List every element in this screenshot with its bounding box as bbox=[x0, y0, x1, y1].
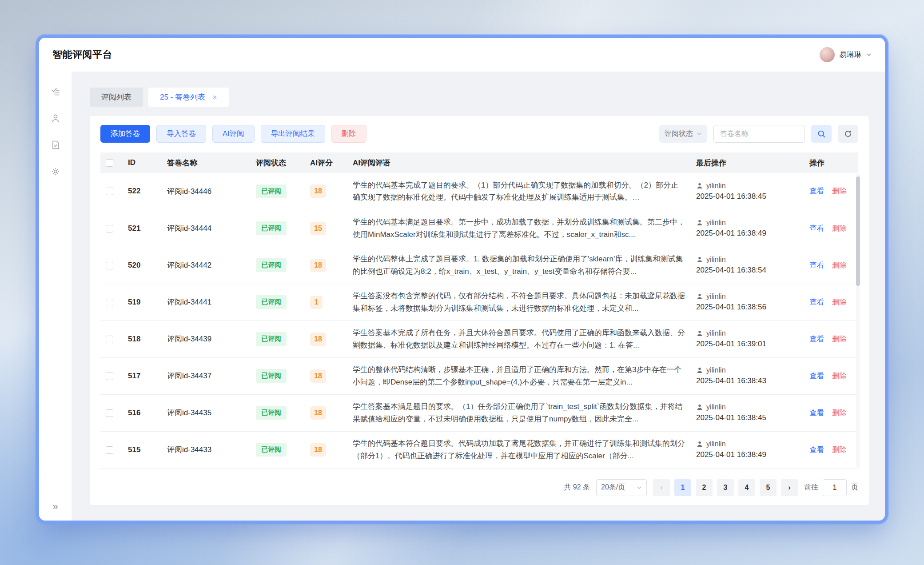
page-button-3[interactable]: 3 bbox=[717, 479, 734, 496]
delete-link[interactable]: 删除 bbox=[832, 445, 847, 455]
delete-link[interactable]: 删除 bbox=[832, 260, 847, 270]
cell-id: 516 bbox=[123, 394, 162, 431]
delete-link[interactable]: 删除 bbox=[832, 224, 847, 233]
score-badge: 18 bbox=[310, 406, 326, 420]
user-name: 易琳琳 bbox=[839, 50, 862, 60]
app-title: 智能评阅平台 bbox=[52, 48, 112, 61]
operation-time: 2025-04-01 16:38:45 bbox=[696, 413, 799, 422]
view-link[interactable]: 查看 bbox=[809, 445, 824, 455]
cell-comment: 学生的代码基本符合题目要求。代码成功加载了鸢尾花数据集，并正确进行了训练集和测试… bbox=[353, 437, 685, 462]
sidebar-item-users[interactable] bbox=[51, 113, 60, 123]
delete-link[interactable]: 删除 bbox=[832, 334, 847, 344]
select-all-checkbox[interactable] bbox=[106, 159, 113, 167]
row-checkbox[interactable] bbox=[106, 225, 113, 232]
next-page-button[interactable]: › bbox=[781, 479, 798, 496]
page-button-5[interactable]: 5 bbox=[760, 479, 777, 496]
document-check-icon bbox=[51, 140, 60, 150]
page-size-select[interactable]: 20条/页 bbox=[596, 479, 647, 496]
row-checkbox[interactable] bbox=[106, 446, 113, 454]
search-button[interactable] bbox=[811, 125, 832, 143]
table-row: 515 评阅id-34433 已评阅 18 学生的代码基本符合题目要求。代码成功… bbox=[100, 431, 858, 468]
goto-page-input[interactable] bbox=[823, 479, 847, 496]
operator-name: yilinlin bbox=[706, 440, 726, 448]
status-badge: 已评阅 bbox=[256, 369, 287, 383]
tab-review-list[interactable]: 评阅列表 bbox=[90, 88, 143, 107]
delete-link[interactable]: 删除 bbox=[832, 297, 847, 307]
import-answer-button[interactable]: 导入答卷 bbox=[156, 125, 206, 143]
cell-id: 518 bbox=[123, 321, 162, 357]
answer-list-card: 添加答卷 导入答卷 AI评阅 导出评阅结果 删除 评阅状态 bbox=[90, 116, 869, 505]
user-icon bbox=[51, 113, 60, 123]
cell-comment: 学生答案基本满足题目的要求。（1）任务部分正确使用了`train_test_sp… bbox=[353, 401, 685, 425]
row-checkbox[interactable] bbox=[106, 336, 113, 343]
cell-comment: 学生答案没有包含完整的代码，仅有部分结构，不符合题目要求。具体问题包括：未加载鸢… bbox=[353, 290, 685, 314]
sidebar-collapse-button[interactable]: » bbox=[52, 502, 58, 512]
tab-close-icon[interactable]: × bbox=[212, 93, 217, 101]
view-link[interactable]: 查看 bbox=[809, 408, 824, 418]
column-score: AI评分 bbox=[305, 152, 347, 173]
row-checkbox[interactable] bbox=[106, 373, 113, 380]
status-filter-select[interactable]: 评阅状态 bbox=[659, 125, 707, 143]
sidebar-item-review-list[interactable] bbox=[51, 87, 60, 96]
cell-comment: 学生的整体代码结构清晰，步骤基本正确，并且适用了正确的库和方法。然而，在第3步中… bbox=[353, 364, 685, 388]
view-link[interactable]: 查看 bbox=[809, 260, 824, 270]
page-buttons: ‹ 1 2 3 4 5 › bbox=[653, 479, 798, 496]
view-link[interactable]: 查看 bbox=[809, 186, 824, 196]
total-count: 共 92 条 bbox=[564, 483, 590, 492]
table-body: 522 评阅id-34446 已评阅 18 学生的代码基本完成了题目的要求。（1… bbox=[100, 173, 858, 468]
cell-last-op: yilinlin 2025-04-01 16:38:43 bbox=[691, 357, 804, 394]
operation-time: 2025-04-01 16:38:56 bbox=[696, 303, 799, 312]
delete-button[interactable]: 删除 bbox=[331, 125, 366, 143]
view-link[interactable]: 查看 bbox=[809, 224, 824, 233]
export-results-button[interactable]: 导出评阅结果 bbox=[261, 125, 325, 143]
page-button-1[interactable]: 1 bbox=[674, 479, 691, 496]
delete-link[interactable]: 删除 bbox=[832, 371, 847, 381]
sidebar-item-answer-sheets[interactable] bbox=[51, 140, 60, 150]
cell-last-op: yilinlin 2025-04-01 16:38:45 bbox=[691, 394, 804, 431]
row-checkbox[interactable] bbox=[106, 188, 113, 195]
person-icon bbox=[696, 330, 703, 337]
page-button-2[interactable]: 2 bbox=[696, 479, 713, 496]
table-scrollbar[interactable] bbox=[856, 174, 860, 468]
operation-time: 2025-04-01 16:38:49 bbox=[696, 450, 799, 459]
row-checkbox[interactable] bbox=[106, 262, 113, 269]
main-content: 评阅列表 25 - 答卷列表 × 添加答卷 导入答卷 AI评阅 导出评阅结果 删… bbox=[72, 72, 885, 521]
person-icon bbox=[696, 441, 703, 448]
sidebar-item-settings[interactable] bbox=[51, 167, 60, 176]
refresh-icon bbox=[844, 130, 852, 138]
app-body: » 评阅列表 25 - 答卷列表 × 添加答卷 导入答卷 AI评阅 bbox=[39, 72, 885, 521]
cell-name: 评阅id-34433 bbox=[162, 431, 251, 468]
row-checkbox[interactable] bbox=[106, 299, 113, 306]
cell-id: 515 bbox=[123, 431, 162, 468]
add-answer-button[interactable]: 添加答卷 bbox=[100, 125, 150, 143]
delete-link[interactable]: 删除 bbox=[832, 186, 847, 196]
operator-name: yilinlin bbox=[706, 403, 726, 411]
column-actions: 操作 bbox=[804, 152, 858, 173]
page-button-4[interactable]: 4 bbox=[738, 479, 755, 496]
cell-comment: 学生答案基本完成了所有任务，并且大体符合题目要求。代码使用了正确的库和函数来载入… bbox=[353, 327, 685, 351]
person-icon bbox=[696, 367, 703, 374]
delete-link[interactable]: 删除 bbox=[832, 408, 847, 418]
score-badge: 15 bbox=[310, 222, 326, 235]
view-link[interactable]: 查看 bbox=[809, 371, 824, 381]
goto-page: 前往 页 bbox=[804, 479, 858, 496]
refresh-button[interactable] bbox=[838, 125, 858, 143]
view-link[interactable]: 查看 bbox=[809, 297, 824, 307]
user-menu[interactable]: 易琳琳 bbox=[820, 47, 872, 62]
cell-last-op: yilinlin 2025-04-01 16:38:45 bbox=[691, 173, 804, 210]
chevron-down-icon bbox=[697, 131, 702, 136]
ai-review-button[interactable]: AI评阅 bbox=[212, 125, 255, 143]
tab-answer-list[interactable]: 25 - 答卷列表 × bbox=[148, 88, 229, 107]
checklist-icon bbox=[51, 87, 60, 96]
app-window: 智能评阅平台 易琳琳 » 评阅列表 bbox=[39, 38, 885, 521]
view-link[interactable]: 查看 bbox=[809, 334, 824, 344]
sidebar: » bbox=[39, 72, 72, 521]
app-header: 智能评阅平台 易琳琳 bbox=[39, 38, 885, 72]
tab-label: 评阅列表 bbox=[101, 92, 131, 102]
cell-name: 评阅id-34437 bbox=[162, 357, 251, 394]
chevron-down-icon bbox=[637, 485, 642, 490]
prev-page-button[interactable]: ‹ bbox=[653, 479, 670, 496]
row-checkbox[interactable] bbox=[106, 409, 113, 417]
table-scrollbar-thumb[interactable] bbox=[856, 176, 860, 286]
search-input[interactable] bbox=[713, 125, 805, 143]
